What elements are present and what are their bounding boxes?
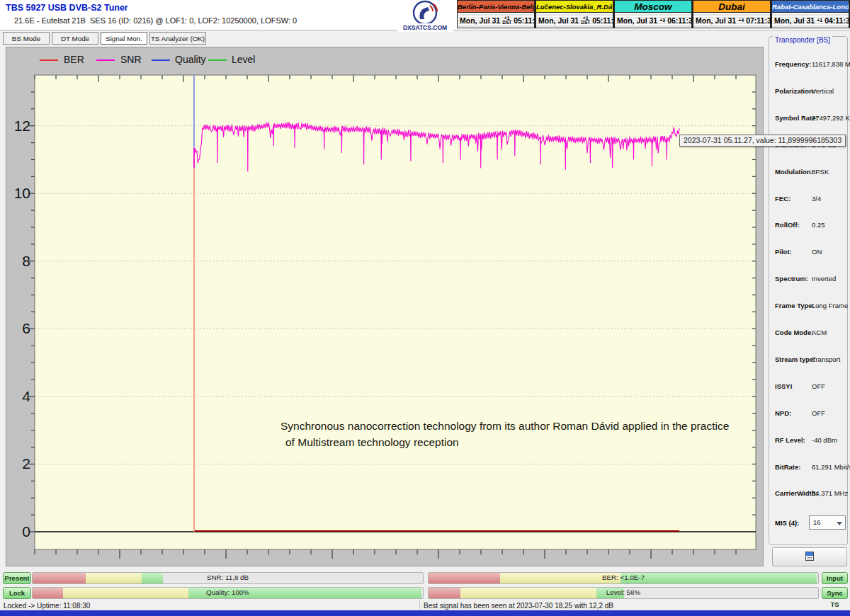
transponder-title: Transponder [BS] xyxy=(773,36,832,44)
chart-plot-area[interactable]: 024681012 xyxy=(6,47,763,566)
transponder-field-12: ISSYIOFF xyxy=(769,382,850,391)
field-label: FEC: xyxy=(775,195,790,203)
field-label: Code Mode: xyxy=(775,329,813,336)
tuner-app-window: TBS 5927 USB DVB-S2 Tuner 21.6E - Eutels… xyxy=(0,0,850,616)
snr-progress-bar: SNR: 11,8 dB xyxy=(32,572,424,584)
ts-tool-button[interactable] xyxy=(772,547,847,566)
field-value: Inverted xyxy=(812,275,836,283)
clock-cell-0: Berlin-Paris-Vienna-BelgradeMon, Jul 31+… xyxy=(457,0,536,28)
clock-time: Mon, Jul 31+1DST05:11:39 xyxy=(457,12,535,28)
transponder-field-13: NPD:OFF xyxy=(769,409,850,418)
field-label: Polarization: xyxy=(775,87,815,95)
quality-bar-text: Quality: 100% xyxy=(33,588,423,596)
annotation-line-1: Synchronous nanocorrection technology fr… xyxy=(280,418,734,434)
tab-bs-mode[interactable]: BS Mode xyxy=(3,32,50,45)
input-ts-button[interactable]: Input TS xyxy=(822,572,848,584)
field-value: 0.25 xyxy=(812,221,825,229)
plot-background xyxy=(35,75,756,549)
world-clocks-panel: Berlin-Paris-Vienna-BelgradeMon, Jul 31+… xyxy=(457,0,850,28)
transponder-groupbox: Transponder [BS] Frequency:11617,838 MHz… xyxy=(769,36,848,545)
field-value: 61,291 Mbit/s xyxy=(812,463,850,471)
clock-city: Lučenec-Slovakia_R.Dávid xyxy=(536,0,613,12)
svg-text:12: 12 xyxy=(14,118,30,134)
window-title: TBS 5927 USB DVB-S2 Tuner xyxy=(6,3,128,13)
field-label: ISSYI xyxy=(775,382,792,390)
mis-dropdown[interactable]: 16 xyxy=(809,515,846,530)
ber-bar-text: BER: <1.0E-7 xyxy=(429,574,818,581)
field-value: ACM xyxy=(812,329,827,336)
transponder-field-1: Polarization:Vertical xyxy=(769,87,850,96)
legend-label-snr: SNR xyxy=(120,54,142,65)
legend-line-quality xyxy=(152,59,170,61)
clock-time: Mon, Jul 31+104:11:39 xyxy=(771,12,849,28)
tab-ts-analyzer[interactable]: TS Analyzer (OK) xyxy=(149,32,206,45)
chart-annotation: Synchronous nanocorrection technology fr… xyxy=(280,418,734,450)
mode-tabs: BS Mode DT Mode Signal Mon. TS Analyzer … xyxy=(3,32,206,45)
clock-city: Berlin-Paris-Vienna-Belgrade xyxy=(457,0,535,12)
legend-label-ber: BER xyxy=(64,54,84,65)
status-uptime: Locked -> Uptime: 11:08:30 xyxy=(4,602,90,610)
taskbar-strip xyxy=(0,610,850,616)
status-bar: Locked -> Uptime: 11:08:30 Best signal h… xyxy=(0,600,850,610)
field-value: Vertical xyxy=(812,87,834,95)
svg-text:8: 8 xyxy=(22,253,30,269)
mis-selected-value: 16 xyxy=(813,518,821,526)
field-value: 34,371 MHz xyxy=(812,489,848,497)
tab-signal-mon[interactable]: Signal Mon. xyxy=(101,32,147,45)
transponder-field-6: RollOff:0.25 xyxy=(769,221,850,229)
annotation-line-2: of Multistream technology reception xyxy=(280,434,734,450)
transponder-field-8: Spectrum:Inverted xyxy=(769,275,850,283)
transponder-field-5: FEC:3/4 xyxy=(769,195,850,203)
svg-text:6: 6 xyxy=(22,320,30,336)
snr-bar-text: SNR: 11,8 dB xyxy=(33,574,423,581)
buffer-icon xyxy=(805,552,814,561)
clock-time: Mon, Jul 31+306:11:39 xyxy=(614,12,692,28)
svg-text:0: 0 xyxy=(22,523,30,540)
transponder-field-7: Pilot:ON xyxy=(769,248,850,256)
field-value: -40 dBm xyxy=(812,436,837,444)
chart-tooltip: 2023-07-31 05.11.27, value: 11,899999618… xyxy=(679,135,846,147)
legend-label-quality: Quality xyxy=(175,54,206,65)
mis-label: MIS (4): xyxy=(775,519,799,527)
field-label: Spectrum: xyxy=(775,275,808,283)
y-axis-labels: 024681012 xyxy=(14,118,31,540)
field-value: OFF xyxy=(812,409,825,417)
transponder-field-15: BitRate:61,291 Mbit/s xyxy=(769,463,850,472)
transponder-field-2: Symbol Rate:27497,292 KS/s xyxy=(769,114,850,122)
clock-time: Mon, Jul 31+1DST05:11:39 xyxy=(536,12,613,28)
field-value: 8PSK xyxy=(812,168,829,176)
field-value: 11617,838 MHz xyxy=(812,60,850,68)
transponder-field-10: Code Mode:ACM xyxy=(769,329,850,337)
sync-ts-button[interactable]: Sync TS xyxy=(822,587,848,599)
status-best-signal: Best signal has been seen at 2023-07-30 … xyxy=(424,602,613,610)
transponder-field-4: Modulation:8PSK xyxy=(769,168,850,176)
lock-button[interactable]: Lock xyxy=(3,587,31,599)
transponder-field-16: CarrierWidth:34,371 MHz xyxy=(769,489,850,498)
clock-cell-3: DubaiMon, Jul 31+407:11:39 xyxy=(693,0,771,28)
clock-cell-1: Lučenec-Slovakia_R.DávidMon, Jul 31+1DST… xyxy=(536,0,614,28)
field-label: RF Level: xyxy=(775,436,805,444)
field-label: Frame Type: xyxy=(775,302,815,309)
transponder-field-11: Stream type:Transport xyxy=(769,355,850,364)
svg-text:2: 2 xyxy=(22,455,30,472)
legend-line-ber xyxy=(40,59,58,61)
svg-text:4: 4 xyxy=(22,388,30,404)
field-label: RollOff: xyxy=(775,221,800,229)
signal-monitor-chart: 024681012 BER SNR Quality Level Synchron… xyxy=(6,47,764,566)
clock-cell-2: MoscowMon, Jul 31+306:11:39 xyxy=(614,0,693,28)
clock-time: Mon, Jul 31+407:11:39 xyxy=(693,12,771,28)
ber-progress-bar: BER: <1.0E-7 xyxy=(428,572,819,584)
present-button[interactable]: Present xyxy=(3,572,31,584)
status-separator xyxy=(419,600,420,610)
clock-city: Moscow xyxy=(614,0,692,12)
field-label: Stream type: xyxy=(775,355,816,363)
field-value: 27497,292 KS/s xyxy=(812,114,850,122)
quality-progress-bar: Quality: 100% xyxy=(32,587,424,599)
tab-dt-mode[interactable]: DT Mode xyxy=(52,32,98,45)
legend-line-snr xyxy=(96,59,115,61)
svg-text:10: 10 xyxy=(14,185,30,201)
field-label: NPD: xyxy=(775,409,791,417)
transponder-sidebar: Transponder [BS] Frequency:11617,838 MHz… xyxy=(768,32,849,566)
field-label: Frequency: xyxy=(775,60,811,68)
legend-label-level: Level xyxy=(232,54,255,65)
